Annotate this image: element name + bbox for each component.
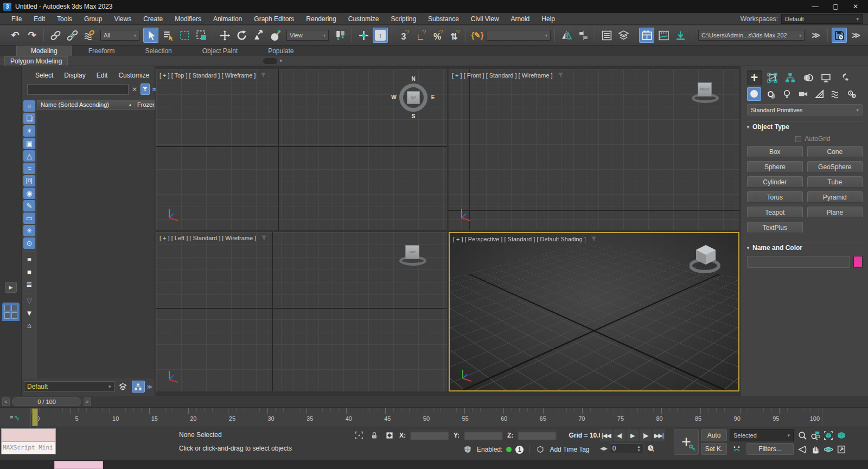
column-header-name[interactable]: Name (Sorted Ascending) ▲	[37, 101, 135, 108]
select-and-link-icon[interactable]	[48, 28, 63, 43]
viewcube-mini[interactable]: LEFT	[398, 242, 427, 271]
select-and-move-icon[interactable]	[217, 28, 232, 43]
display-geometry-icon[interactable]: ○	[23, 100, 35, 112]
use-pivot-point-center-icon[interactable]	[333, 28, 348, 43]
motion-tab-icon[interactable]	[801, 70, 815, 85]
rectangular-selection-region-icon[interactable]	[177, 28, 192, 43]
layer-list-icon[interactable]	[117, 381, 130, 393]
sx-menu-select[interactable]: Select	[30, 70, 58, 80]
compass-north[interactable]: N	[410, 76, 417, 82]
geometry-category-icon[interactable]	[747, 87, 761, 101]
snaps-toggle-3d-icon[interactable]: 3∩	[396, 28, 411, 43]
field-of-view-icon[interactable]	[796, 443, 808, 456]
select-and-manipulate-icon[interactable]	[356, 28, 371, 43]
scene-object-list[interactable]	[37, 110, 155, 378]
maxscript-macro-field[interactable]	[54, 461, 103, 469]
viewport-left-label[interactable]: [ + ] [ Left ] [ Standard ] [ Wireframe …	[159, 235, 256, 241]
time-configuration-icon[interactable]	[646, 443, 656, 454]
redo-icon[interactable]: ↷	[24, 28, 40, 43]
shield-icon[interactable]	[462, 444, 473, 455]
ribbon-tab-object-paint[interactable]: Object Paint	[188, 46, 252, 56]
create-tab-icon[interactable]: +	[747, 70, 762, 85]
hierarchy-tab-icon[interactable]	[783, 70, 797, 85]
menu-item-rendering[interactable]: Rendering	[300, 15, 342, 23]
unlink-selection-icon[interactable]	[65, 28, 80, 43]
select-and-place-icon[interactable]	[267, 28, 283, 43]
next-frame-button[interactable]: |▶	[640, 429, 652, 441]
compass-south[interactable]: S	[410, 113, 417, 119]
key-selection-select[interactable]: Selected ▾	[730, 429, 794, 441]
menu-item-file[interactable]: File	[5, 15, 28, 23]
bind-to-space-warp-icon[interactable]	[81, 28, 97, 43]
menu-item-scripting[interactable]: Scripting	[385, 15, 422, 23]
toolbar-overflow-icon[interactable]: ≫	[848, 28, 864, 43]
schematic-view-icon[interactable]	[673, 28, 688, 43]
notification-badge[interactable]: 1	[515, 446, 524, 454]
menu-item-tools[interactable]: Tools	[51, 15, 78, 23]
menu-item-animation[interactable]: Animation	[207, 15, 248, 23]
autogrid-checkbox[interactable]	[795, 136, 801, 142]
frame-range-field[interactable]: 0 / 100	[12, 397, 81, 406]
maximize-button[interactable]: ▢	[833, 3, 839, 10]
ribbon-tab-modeling[interactable]: Modeling	[16, 46, 72, 56]
clear-search-icon[interactable]: ✕	[131, 86, 138, 93]
open-mini-curve-editor-icon[interactable]: ≡∿	[10, 412, 24, 423]
menu-item-help[interactable]: Help	[535, 15, 561, 23]
maxscript-listener-field[interactable]	[2, 429, 55, 442]
display-space-warps-icon[interactable]: ≈	[23, 163, 35, 174]
undo-icon[interactable]: ↶	[8, 28, 23, 43]
time-tag-icon[interactable]	[535, 444, 546, 455]
viewport-perspective-label[interactable]: [ + ] [ Perspective ] [ Standard ] [ Def…	[453, 236, 586, 242]
primitive-button-tube[interactable]: Tube	[807, 176, 863, 188]
viewport-front[interactable]: [ + ] [ Front ] [ Standard ] [ Wireframe…	[449, 69, 739, 230]
detail-view-icon[interactable]: ≣	[23, 279, 35, 290]
zoom-icon[interactable]	[796, 429, 808, 442]
list-view-icon[interactable]: ≡	[23, 254, 35, 265]
display-lights-icon[interactable]: ☀	[23, 125, 35, 137]
project-folder-select[interactable]: C:\Users\Admin...s\3ds Max 202 ▾	[698, 30, 805, 41]
menu-item-graph-editors[interactable]: Graph Editors	[248, 15, 300, 23]
menu-item-modifiers[interactable]: Modifiers	[169, 15, 207, 23]
sx-menu-customize[interactable]: Customize	[113, 70, 154, 80]
explorer-overflow-icon[interactable]: ≫	[147, 384, 152, 390]
systems-category-icon[interactable]	[845, 87, 859, 101]
maximize-viewport-toggle-icon[interactable]	[835, 443, 847, 456]
mirror-icon[interactable]	[559, 28, 574, 43]
angle-snap-toggle-icon[interactable]: ∟∩	[413, 28, 428, 43]
compass-east[interactable]: E	[430, 94, 436, 100]
polygon-modeling-panel[interactable]: Polygon Modeling	[4, 56, 68, 66]
menu-item-create[interactable]: Create	[137, 15, 169, 23]
zoom-extents-all-icon[interactable]	[835, 429, 847, 442]
menu-item-views[interactable]: Views	[108, 15, 137, 23]
viewport-filter-icon[interactable]	[260, 234, 267, 241]
go-to-start-button[interactable]: |◀◀	[600, 429, 612, 441]
viewport-front-label[interactable]: [ + ] [ Front ] [ Standard ] [ Wireframe…	[452, 72, 553, 79]
primitive-button-plane[interactable]: Plane	[807, 207, 863, 218]
time-slider-handle[interactable]	[32, 408, 38, 426]
ribbon-tab-freeform[interactable]: Freeform	[74, 46, 129, 56]
viewport-filter-icon[interactable]	[260, 72, 267, 79]
spinner-snap-toggle-icon[interactable]: ⇅∩	[446, 28, 462, 43]
utilities-tab-icon[interactable]	[837, 70, 851, 85]
display-bones-icon[interactable]: ✎	[23, 200, 35, 211]
app-icon[interactable]: 3	[3, 3, 11, 11]
hierarchy-view-icon[interactable]	[132, 381, 145, 393]
display-helpers-icon[interactable]: △	[23, 150, 35, 162]
toggle-ribbon-icon[interactable]	[639, 28, 654, 43]
primitive-button-sphere[interactable]: Sphere	[747, 161, 803, 172]
menu-item-group[interactable]: Group	[78, 15, 108, 23]
viewcube-left-face[interactable]: LEFT	[405, 245, 419, 259]
save-file-icon[interactable]	[832, 28, 847, 43]
set-keys-button[interactable]: +	[674, 429, 699, 455]
cameras-category-icon[interactable]	[796, 87, 810, 101]
compass-west[interactable]: W	[391, 94, 397, 100]
sx-menu-edit[interactable]: Edit	[92, 70, 113, 80]
toggle-scene-explorer-icon[interactable]	[599, 28, 614, 43]
key-mode-toggle-icon[interactable]: ◀▶	[600, 446, 608, 451]
ribbon-tab-populate[interactable]: Populate	[254, 46, 308, 56]
display-hidden-icon[interactable]: ⊙	[23, 237, 35, 249]
add-time-tag-label[interactable]: Add Time Tag	[550, 446, 589, 453]
play-button[interactable]: ▶	[627, 429, 639, 441]
toolbar-overflow-icon[interactable]: ≫	[808, 28, 824, 43]
primitive-button-torus[interactable]: Torus	[747, 191, 803, 203]
